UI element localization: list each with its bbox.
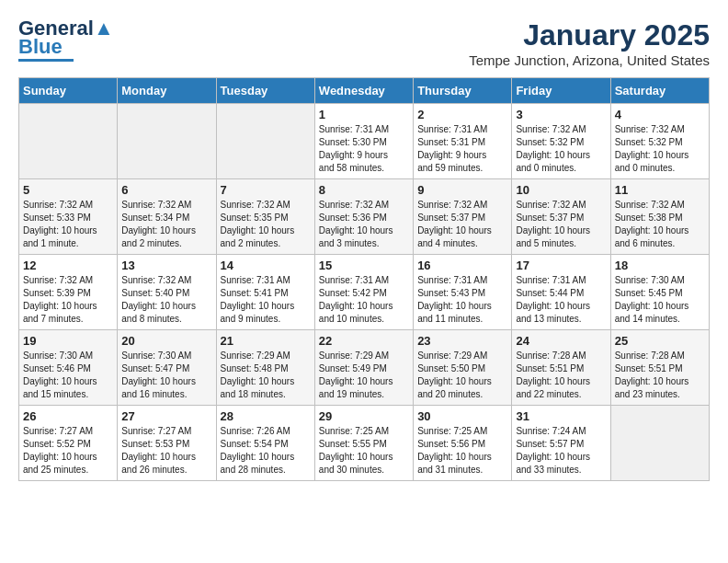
day-info: Sunrise: 7:31 AM Sunset: 5:30 PM Dayligh… (319, 123, 409, 175)
day-number: 12 (23, 259, 113, 272)
day-number: 3 (516, 108, 606, 121)
header-cell-friday: Friday (512, 78, 610, 104)
day-number: 26 (23, 409, 113, 423)
day-number: 11 (615, 183, 705, 197)
day-info: Sunrise: 7:31 AM Sunset: 5:31 PM Dayligh… (417, 123, 507, 175)
day-cell: 12Sunrise: 7:32 AM Sunset: 5:39 PM Dayli… (19, 255, 118, 330)
day-info: Sunrise: 7:31 AM Sunset: 5:41 PM Dayligh… (221, 274, 311, 326)
day-cell: 31Sunrise: 7:24 AM Sunset: 5:57 PM Dayli… (512, 406, 610, 481)
calendar-table: SundayMondayTuesdayWednesdayThursdayFrid… (18, 77, 710, 481)
day-number: 24 (516, 334, 606, 348)
day-info: Sunrise: 7:30 AM Sunset: 5:46 PM Dayligh… (23, 350, 113, 401)
day-info: Sunrise: 7:25 AM Sunset: 5:56 PM Dayligh… (417, 425, 507, 477)
header-cell-saturday: Saturday (610, 78, 709, 104)
week-row-1: 5Sunrise: 7:32 AM Sunset: 5:33 PM Daylig… (19, 179, 710, 255)
day-info: Sunrise: 7:29 AM Sunset: 5:49 PM Dayligh… (319, 350, 409, 401)
header-cell-thursday: Thursday (414, 78, 512, 104)
day-number: 9 (417, 183, 507, 197)
day-cell (118, 104, 216, 179)
day-number: 1 (319, 108, 409, 121)
week-row-3: 19Sunrise: 7:30 AM Sunset: 5:46 PM Dayli… (19, 330, 710, 406)
day-number: 17 (516, 259, 606, 272)
day-cell (610, 406, 709, 481)
day-number: 23 (417, 334, 507, 348)
day-cell: 28Sunrise: 7:26 AM Sunset: 5:54 PM Dayli… (216, 406, 314, 481)
location: Tempe Junction, Arizona, United States (469, 52, 710, 68)
day-cell: 25Sunrise: 7:28 AM Sunset: 5:51 PM Dayli… (610, 330, 709, 406)
day-number: 29 (319, 409, 409, 423)
day-number: 13 (121, 259, 211, 272)
week-row-0: 1Sunrise: 7:31 AM Sunset: 5:30 PM Daylig… (19, 104, 710, 179)
day-info: Sunrise: 7:24 AM Sunset: 5:57 PM Dayligh… (516, 425, 606, 477)
day-info: Sunrise: 7:31 AM Sunset: 5:42 PM Dayligh… (319, 274, 409, 326)
day-info: Sunrise: 7:31 AM Sunset: 5:44 PM Dayligh… (516, 274, 606, 326)
day-info: Sunrise: 7:29 AM Sunset: 5:48 PM Dayligh… (221, 350, 311, 401)
day-cell: 29Sunrise: 7:25 AM Sunset: 5:55 PM Dayli… (314, 406, 413, 481)
day-cell: 10Sunrise: 7:32 AM Sunset: 5:37 PM Dayli… (512, 179, 610, 255)
day-number: 16 (417, 259, 507, 272)
day-cell: 15Sunrise: 7:31 AM Sunset: 5:42 PM Dayli… (314, 255, 413, 330)
logo: General▲ Blue (18, 18, 114, 62)
day-number: 21 (221, 334, 311, 348)
day-cell: 30Sunrise: 7:25 AM Sunset: 5:56 PM Dayli… (414, 406, 512, 481)
day-number: 4 (615, 108, 705, 121)
day-cell: 20Sunrise: 7:30 AM Sunset: 5:47 PM Dayli… (118, 330, 216, 406)
day-number: 31 (516, 409, 606, 423)
week-row-4: 26Sunrise: 7:27 AM Sunset: 5:52 PM Dayli… (19, 406, 710, 481)
day-number: 20 (121, 334, 211, 348)
day-number: 5 (23, 183, 113, 197)
day-cell: 21Sunrise: 7:29 AM Sunset: 5:48 PM Dayli… (216, 330, 314, 406)
day-number: 7 (221, 183, 311, 197)
day-info: Sunrise: 7:32 AM Sunset: 5:39 PM Dayligh… (23, 274, 113, 326)
day-info: Sunrise: 7:32 AM Sunset: 5:37 PM Dayligh… (417, 199, 507, 250)
day-cell: 6Sunrise: 7:32 AM Sunset: 5:34 PM Daylig… (118, 179, 216, 255)
month-title: January 2025 (469, 18, 710, 52)
day-number: 19 (23, 334, 113, 348)
day-info: Sunrise: 7:30 AM Sunset: 5:45 PM Dayligh… (615, 274, 705, 326)
day-info: Sunrise: 7:28 AM Sunset: 5:51 PM Dayligh… (615, 350, 705, 401)
day-number: 10 (516, 183, 606, 197)
day-cell: 18Sunrise: 7:30 AM Sunset: 5:45 PM Dayli… (610, 255, 709, 330)
day-info: Sunrise: 7:25 AM Sunset: 5:55 PM Dayligh… (319, 425, 409, 477)
day-info: Sunrise: 7:32 AM Sunset: 5:34 PM Dayligh… (121, 199, 211, 250)
day-number: 30 (417, 409, 507, 423)
day-cell: 17Sunrise: 7:31 AM Sunset: 5:44 PM Dayli… (512, 255, 610, 330)
header-cell-wednesday: Wednesday (314, 78, 413, 104)
logo-underline (18, 59, 74, 62)
day-number: 14 (221, 259, 311, 272)
day-info: Sunrise: 7:32 AM Sunset: 5:36 PM Dayligh… (319, 199, 409, 250)
day-cell: 8Sunrise: 7:32 AM Sunset: 5:36 PM Daylig… (314, 179, 413, 255)
day-number: 28 (221, 409, 311, 423)
header-cell-monday: Monday (118, 78, 216, 104)
day-cell (19, 104, 118, 179)
day-cell: 9Sunrise: 7:32 AM Sunset: 5:37 PM Daylig… (414, 179, 512, 255)
day-cell: 27Sunrise: 7:27 AM Sunset: 5:53 PM Dayli… (118, 406, 216, 481)
day-number: 15 (319, 259, 409, 272)
day-cell: 26Sunrise: 7:27 AM Sunset: 5:52 PM Dayli… (19, 406, 118, 481)
week-row-2: 12Sunrise: 7:32 AM Sunset: 5:39 PM Dayli… (19, 255, 710, 330)
day-info: Sunrise: 7:32 AM Sunset: 5:38 PM Dayligh… (615, 199, 705, 250)
day-info: Sunrise: 7:27 AM Sunset: 5:53 PM Dayligh… (121, 425, 211, 477)
day-cell (216, 104, 314, 179)
day-info: Sunrise: 7:32 AM Sunset: 5:33 PM Dayligh… (23, 199, 113, 250)
day-number: 8 (319, 183, 409, 197)
day-number: 25 (615, 334, 705, 348)
day-cell: 1Sunrise: 7:31 AM Sunset: 5:30 PM Daylig… (314, 104, 413, 179)
day-cell: 2Sunrise: 7:31 AM Sunset: 5:31 PM Daylig… (414, 104, 512, 179)
day-number: 22 (319, 334, 409, 348)
logo-blue: Blue (18, 37, 63, 57)
day-cell: 14Sunrise: 7:31 AM Sunset: 5:41 PM Dayli… (216, 255, 314, 330)
day-cell: 24Sunrise: 7:28 AM Sunset: 5:51 PM Dayli… (512, 330, 610, 406)
day-cell: 3Sunrise: 7:32 AM Sunset: 5:32 PM Daylig… (512, 104, 610, 179)
header-cell-sunday: Sunday (19, 78, 118, 104)
day-cell: 16Sunrise: 7:31 AM Sunset: 5:43 PM Dayli… (414, 255, 512, 330)
day-cell: 4Sunrise: 7:32 AM Sunset: 5:32 PM Daylig… (610, 104, 709, 179)
day-cell: 19Sunrise: 7:30 AM Sunset: 5:46 PM Dayli… (19, 330, 118, 406)
day-info: Sunrise: 7:32 AM Sunset: 5:35 PM Dayligh… (221, 199, 311, 250)
day-cell: 22Sunrise: 7:29 AM Sunset: 5:49 PM Dayli… (314, 330, 413, 406)
header-cell-tuesday: Tuesday (216, 78, 314, 104)
day-info: Sunrise: 7:32 AM Sunset: 5:32 PM Dayligh… (516, 123, 606, 175)
day-info: Sunrise: 7:31 AM Sunset: 5:43 PM Dayligh… (417, 274, 507, 326)
day-number: 6 (121, 183, 211, 197)
day-info: Sunrise: 7:30 AM Sunset: 5:47 PM Dayligh… (121, 350, 211, 401)
